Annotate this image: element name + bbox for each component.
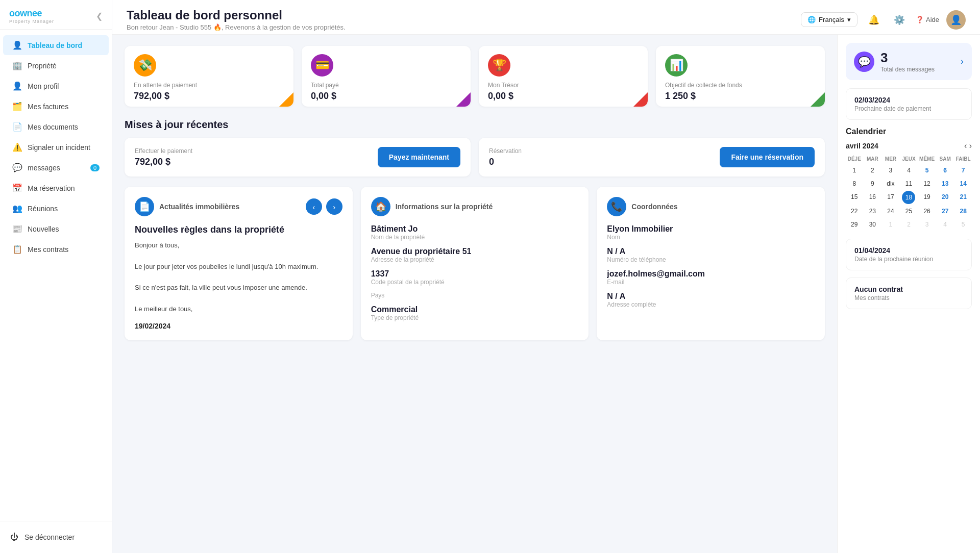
calendar-day[interactable]: 29	[846, 218, 863, 231]
messages-arrow[interactable]: ›	[961, 56, 964, 67]
calendar-day[interactable]: 1	[846, 164, 863, 177]
calendar-header: avril 2024 ‹ ›	[846, 141, 972, 150]
calendar-day[interactable]: 9	[864, 178, 881, 190]
property-field-2: 1337 Code postal de la propriété	[371, 269, 579, 286]
stat-corner-objectif	[811, 92, 825, 107]
calendar-day[interactable]: 16	[864, 191, 881, 204]
sidebar-item-mes-contrats[interactable]: 📋 Mes contrats	[3, 239, 109, 259]
calendar-day[interactable]: 12	[918, 178, 936, 190]
calendar-day[interactable]: 11	[900, 178, 918, 190]
sidebar-item-logout[interactable]: ⏻ Se déconnecter	[9, 529, 103, 546]
sidebar-item-signaler-incident[interactable]: ⚠️ Signaler un incident	[3, 137, 109, 157]
mes-contrats-icon: 📋	[12, 244, 22, 254]
calendar-day[interactable]: 17	[882, 191, 899, 204]
stat-card-objectif: 📊 Objectif de collecte de fonds 1 250 $	[656, 46, 825, 107]
calendar-day[interactable]: 18	[902, 191, 915, 204]
messages-count: 3	[880, 50, 935, 66]
sidebar-label-messages: messages	[28, 164, 60, 172]
sidebar-item-mes-factures[interactable]: 🗂️ Mes factures	[3, 96, 109, 116]
calendar-day[interactable]: 19	[918, 191, 936, 204]
notification-button[interactable]: 🔔	[865, 11, 883, 29]
calendar-day[interactable]: 5	[954, 218, 972, 231]
make-reservation-button[interactable]: Faire une réservation	[720, 147, 815, 167]
mes-documents-icon: 📄	[12, 122, 22, 132]
calendar-day[interactable]: 4	[900, 164, 918, 177]
pay-now-button[interactable]: Payez maintenant	[378, 147, 460, 167]
collapse-button[interactable]: ❮	[96, 11, 103, 21]
calendar-day[interactable]: 14	[954, 178, 972, 190]
next-payment-block: 02/03/2024 Prochaine date de paiement	[846, 88, 972, 120]
calendar-day[interactable]: 22	[846, 205, 863, 217]
main-area: Tableau de bord personnel Bon retour Jea…	[112, 0, 980, 553]
calendar-day[interactable]: 20	[937, 191, 954, 204]
settings-button[interactable]: ⚙️	[890, 11, 909, 29]
calendar-day[interactable]: 26	[918, 205, 936, 217]
stat-value-en-attente: 792,00 $	[134, 91, 284, 102]
calendar-day[interactable]: 1	[882, 218, 899, 231]
sidebar-item-nouvelles[interactable]: 📰 Nouvelles	[3, 219, 109, 239]
news-next-button[interactable]: ›	[326, 198, 342, 215]
flag-icon: 🌐	[807, 16, 816, 23]
news-prev-button[interactable]: ‹	[306, 198, 322, 215]
sidebar-label-propriete: Propriété	[28, 62, 57, 70]
calendar-day[interactable]: 5	[918, 164, 936, 177]
property-field-0: Bâtiment Jo Nom de la propriété	[371, 224, 579, 241]
calendar-day[interactable]: 4	[937, 218, 954, 231]
stats-row: 💸 En attente de paiement 792,00 $ 💳 Tota…	[125, 46, 825, 107]
calendar-day[interactable]: 23	[864, 205, 881, 217]
calendar-day[interactable]: 3	[882, 164, 899, 177]
next-meeting-block: 01/04/2024 Date de la prochaine réunion	[846, 239, 972, 270]
propriete-icon: 🏢	[12, 61, 22, 70]
sidebar-label-mon-profil: Mon profil	[28, 82, 59, 90]
calendar-day[interactable]: 6	[937, 164, 954, 177]
sidebar-logo: oownee Property Manager ❮	[0, 0, 112, 30]
next-payment-date: 02/03/2024	[854, 96, 963, 104]
calendar-day[interactable]: dix	[882, 178, 899, 190]
prop-label-4: Type de propriété	[371, 314, 579, 321]
calendar-day[interactable]: 24	[882, 205, 899, 217]
payment-info: Effectuer le paiement 792,00 $	[135, 147, 371, 167]
calendar-day[interactable]: 2	[900, 218, 918, 231]
contact-label-2: E-mail	[607, 279, 815, 286]
next-meeting-date: 01/04/2024	[854, 246, 963, 255]
prop-label-2: Code postal de la propriété	[371, 279, 579, 286]
signaler-incident-icon: ⚠️	[12, 142, 22, 152]
sidebar-label-ma-reservation: Ma réservation	[28, 184, 75, 192]
calendar-month: avril 2024	[846, 142, 878, 150]
help-button[interactable]: ❓ Aide	[916, 16, 939, 23]
calendar-next-button[interactable]: ›	[969, 141, 972, 150]
bottom-cards-row: 📄 Actualités immobilières ‹ › Nouvelles …	[125, 187, 825, 340]
calendar-day[interactable]: 15	[846, 191, 863, 204]
sidebar-item-mes-documents[interactable]: 📄 Mes documents	[3, 117, 109, 137]
sidebar-item-propriete[interactable]: 🏢 Propriété	[3, 56, 109, 76]
stat-corner-total-paye	[456, 92, 471, 107]
sidebar-item-messages[interactable]: 💬 messages 0	[3, 158, 109, 178]
sidebar-item-mon-profil[interactable]: 👤 Mon profil	[3, 76, 109, 96]
calendar-day[interactable]: 2	[864, 164, 881, 177]
messages-icon: 💬	[854, 52, 874, 72]
calendar-day[interactable]: 25	[900, 205, 918, 217]
language-selector[interactable]: 🌐 Français ▾	[801, 12, 857, 27]
chat-icon: 💬	[858, 56, 871, 68]
stat-label-total-paye: Total payé	[311, 82, 461, 89]
calendar-day[interactable]: 13	[937, 178, 954, 190]
news-body-line: Le jour pour jeter vos poubelles le lund…	[135, 262, 342, 272]
calendar-prev-button[interactable]: ‹	[964, 141, 967, 150]
next-payment-label: Prochaine date de paiement	[854, 105, 963, 112]
calendar-day[interactable]: 28	[954, 205, 972, 217]
calendar-day[interactable]: 30	[864, 218, 881, 231]
calendar-day[interactable]: 8	[846, 178, 863, 190]
contracts-title: Aucun contrat	[854, 285, 963, 293]
sidebar-item-reunions[interactable]: 👥 Réunions	[3, 198, 109, 218]
sidebar-label-reunions: Réunions	[28, 205, 58, 213]
logout-label: Se déconnecter	[24, 533, 75, 541]
topbar: Tableau de bord personnel Bon retour Jea…	[112, 0, 980, 35]
contact-label-0: Nom	[607, 234, 815, 241]
sidebar-item-ma-reservation[interactable]: 📅 Ma réservation	[3, 178, 109, 198]
calendar-day[interactable]: 3	[918, 218, 936, 231]
calendar-day[interactable]: 7	[954, 164, 972, 177]
calendar-day[interactable]: 27	[937, 205, 954, 217]
sidebar-item-tableau-de-bord[interactable]: 👤 Tableau de bord	[3, 35, 109, 55]
avatar[interactable]: 👤	[946, 10, 966, 30]
calendar-day[interactable]: 21	[954, 191, 972, 204]
